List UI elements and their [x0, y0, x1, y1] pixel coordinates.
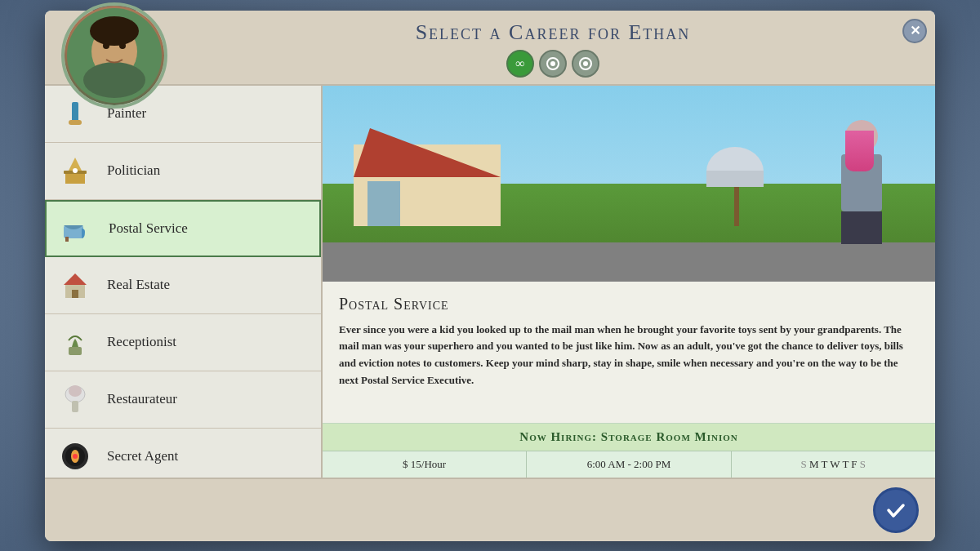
career-list: Painter Politician	[45, 86, 323, 478]
career-select-dialog: Select a Career for Ethan ∞ ✕	[45, 11, 935, 541]
career-detail-panel: Postal Service Ever since you were a kid…	[323, 86, 935, 478]
career-pay: $ 15/Hour	[323, 451, 527, 478]
career-image	[323, 86, 935, 282]
receptionist-label: Receptionist	[107, 334, 176, 350]
svg-point-9	[583, 61, 588, 66]
career-item-restaurateur[interactable]: Restaurateur	[45, 371, 321, 429]
postal-service-label: Postal Service	[109, 220, 188, 237]
career-item-receptionist[interactable]: Receptionist	[45, 314, 321, 371]
svg-rect-21	[69, 347, 82, 355]
career-hours: 6:00 AM - 2:00 PM	[527, 451, 731, 478]
speed-fast-button[interactable]	[572, 50, 599, 78]
speed-controls: ∞	[184, 50, 922, 78]
svg-point-7	[550, 61, 555, 66]
career-description: Postal Service Ever since you were a kid…	[323, 282, 935, 423]
dialog-title: Select a Career for Ethan	[184, 20, 922, 45]
dialog-body: Painter Politician	[45, 86, 935, 478]
svg-point-23	[69, 385, 82, 397]
politician-label: Politician	[107, 162, 160, 179]
svg-rect-10	[72, 102, 78, 122]
career-item-postal-service[interactable]: Postal Service	[45, 200, 321, 257]
svg-point-2	[83, 62, 145, 98]
svg-point-5	[90, 16, 139, 46]
svg-rect-11	[69, 120, 82, 125]
dialog-header: Select a Career for Ethan ∞ ✕	[45, 11, 935, 86]
career-item-real-estate[interactable]: Real Estate	[45, 257, 321, 314]
svg-rect-17	[65, 237, 69, 242]
avatar	[61, 2, 167, 109]
svg-rect-24	[72, 401, 78, 412]
restaurateur-icon	[55, 379, 96, 420]
postal-service-icon	[56, 208, 97, 249]
career-days: S M T W T F S	[732, 451, 935, 478]
real-estate-icon	[55, 264, 96, 305]
svg-marker-19	[64, 273, 87, 285]
hiring-banner: Now Hiring: Storage Room Minion	[323, 424, 935, 451]
svg-point-28	[73, 454, 78, 459]
svg-point-15	[73, 168, 78, 173]
confirm-button[interactable]	[873, 487, 919, 533]
career-detail-description: Ever since you were a kid you looked up …	[339, 322, 919, 389]
real-estate-label: Real Estate	[107, 277, 170, 293]
receptionist-icon	[55, 322, 96, 362]
career-item-politician[interactable]: Politician	[45, 143, 321, 200]
hiring-details: $ 15/Hour 6:00 AM - 2:00 PM S M T W T F …	[323, 451, 935, 478]
dialog-footer	[45, 478, 935, 541]
speed-normal-button[interactable]	[539, 50, 567, 78]
career-item-secret-agent[interactable]: Secret Agent	[45, 429, 321, 478]
svg-rect-12	[65, 172, 85, 184]
hiring-section: Now Hiring: Storage Room Minion $ 15/Hou…	[323, 423, 935, 478]
politician-icon	[55, 150, 96, 191]
speed-pause-button[interactable]: ∞	[506, 50, 534, 78]
restaurateur-label: Restaurateur	[107, 391, 177, 407]
secret-agent-label: Secret Agent	[107, 448, 178, 464]
career-detail-title: Postal Service	[339, 295, 919, 313]
svg-rect-20	[72, 290, 78, 298]
secret-agent-icon	[55, 436, 96, 477]
close-button[interactable]: ✕	[902, 19, 927, 43]
career-scene	[323, 86, 935, 282]
